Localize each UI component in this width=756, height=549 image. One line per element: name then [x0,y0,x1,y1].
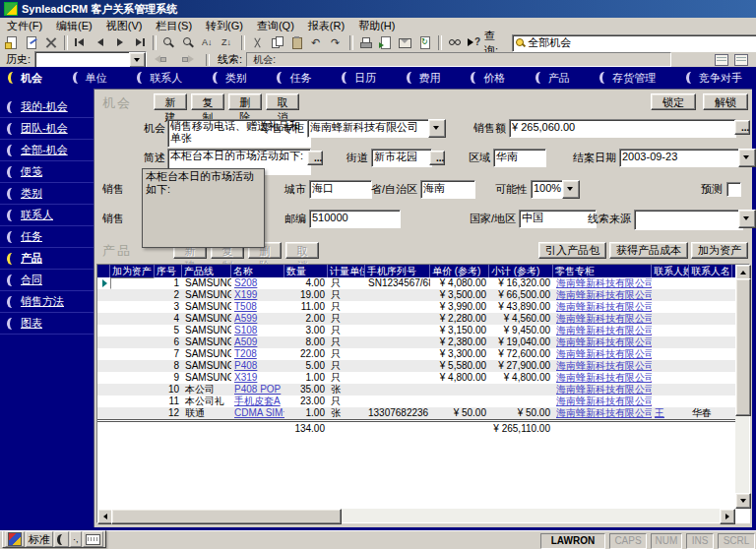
amount-input[interactable]: ¥ 265,060.00 [509,119,736,138]
street-input[interactable]: 新市花园 [371,149,432,167]
cell-link[interactable]: 海南蜂新科技有限公司 [556,396,652,406]
query-combo[interactable]: 全部机会 [512,34,756,52]
redo-button[interactable] [327,34,346,52]
close-date-dropdown-button[interactable] [738,149,756,167]
products-tool-0[interactable]: 引入产品包 [538,242,606,259]
lead-source-input[interactable] [634,210,743,230]
cell-link[interactable]: 海南蜂新科技有限公司 [556,407,652,418]
ime-mode-label[interactable]: 标准 [26,531,53,547]
zoom-plus-button[interactable] [179,34,199,52]
cell-link[interactable]: CDMA SIM卡 [234,407,284,418]
cell-link[interactable]: T508 [234,301,257,312]
scroll-right-button[interactable] [720,509,735,524]
column-header[interactable]: 名称 [231,265,284,277]
copy-button[interactable] [268,34,287,52]
row-selector-cell[interactable] [97,325,110,336]
vertical-scroll-thumb[interactable] [735,278,751,416]
cell-link[interactable]: 海南蜂新科技有限公司 [556,313,652,324]
export-button[interactable] [376,34,396,52]
table-row[interactable]: 1SAMSUNGS2084.00只SN1234567/68/¥ 4,080.00… [97,277,737,289]
table-row[interactable]: 8SAMSUNGP4085.00只¥ 5,580.00¥ 27,900.00海南… [97,360,737,372]
products-tool-2[interactable]: 加为资产 [691,242,748,259]
row-selector-cell[interactable] [97,407,110,419]
tab-inventory[interactable]: 存货管理 [599,71,656,86]
forecast-checkbox[interactable] [726,182,741,197]
tab-expense[interactable]: 费用 [407,71,441,86]
sidebar-item-my-opportunities[interactable]: 我的-机会 [0,96,94,118]
column-header[interactable]: 小计 (参考) [489,265,553,277]
cell-link[interactable]: 海南蜂新科技有限公司 [556,348,652,359]
cell-link[interactable]: 手机皮套A [234,396,281,406]
mail-button[interactable] [396,34,415,52]
history-back-button[interactable] [151,53,172,67]
unlock-button[interactable]: 解锁 [703,93,748,110]
tab-company[interactable]: 单位 [73,71,107,86]
sidebar-item-team-opportunities[interactable]: 团队-机会 [0,118,94,140]
sidebar-item-notes[interactable]: 便笺 [0,161,94,183]
column-header[interactable]: 计量单位 [328,265,365,277]
menu-item[interactable]: 转到(G) [199,19,250,33]
column-header[interactable]: 单价 (参考) [430,265,489,277]
card-view-icon[interactable] [715,54,728,66]
paste-button[interactable] [287,34,307,52]
edit-record-button[interactable] [22,34,41,52]
column-header[interactable]: 零售专柜 [553,265,652,277]
table-row[interactable]: 9SAMSUNGX3191.00只¥ 4,800.00¥ 4,800.00海南蜂… [97,372,737,384]
tab-contacts[interactable]: 联系人 [137,71,182,86]
counter-dropdown-button[interactable] [428,119,446,138]
lock-button[interactable]: 锁定 [651,93,696,110]
ime-toolbar[interactable]: 标准 ·, [2,530,106,548]
sidebar-item-tasks[interactable]: 任务 [0,226,94,248]
cell-link[interactable]: 海南蜂新科技有限公司 [556,360,652,371]
lead-source-dropdown-button[interactable] [738,210,756,228]
amount-ellipsis-button[interactable]: ... [734,120,750,135]
zoom-button[interactable] [159,34,179,52]
cell-link[interactable]: P408 [234,360,257,371]
row-selector-cell[interactable] [97,277,110,289]
column-header[interactable]: 联系人姓 [652,265,689,277]
sidebar-item-contracts[interactable]: 合同 [0,270,94,291]
cell-link[interactable]: X199 [234,289,257,300]
cell-link[interactable]: S108 [234,325,257,336]
ime-keyboard-icon[interactable] [83,531,103,547]
menu-item[interactable]: 查询(Q) [250,19,301,33]
history-combo[interactable] [34,51,147,68]
horizontal-scroll-thumb[interactable] [111,509,342,524]
table-row[interactable]: 10本公司P408 POP35.00张海南蜂新科技有限公司 [97,384,737,396]
ime-logo-icon[interactable] [5,531,25,547]
row-selector-cell[interactable] [97,289,110,301]
column-header[interactable]: 手机序列号 [365,265,430,277]
table-row[interactable]: 4SAMSUNGA5992.00只¥ 2,280.00¥ 4,560.00海南蜂… [97,313,737,325]
products-tool-1[interactable]: 获得产品成本 [609,242,688,259]
cut-button[interactable] [248,34,268,52]
ime-punctuation-icon[interactable]: ·, [70,531,82,547]
probability-dropdown-button[interactable] [562,180,580,199]
products-action-3[interactable]: 取消 [285,242,319,259]
cell-link[interactable]: 海南蜂新科技有限公司 [556,384,652,395]
cell-link[interactable]: P408 POP [234,384,281,395]
opportunity-action-1[interactable]: 复制 [191,93,224,110]
zip-input[interactable]: 510000 [309,210,401,228]
cell-link[interactable]: 海南蜂新科技有限公司 [556,289,652,300]
sidebar-item-sales-methods[interactable]: 销售方法 [0,291,94,313]
row-selector-cell[interactable] [97,360,110,372]
table-row[interactable]: 5SAMSUNGS1083.00只¥ 3,150.00¥ 9,450.00海南蜂… [97,325,737,336]
cell-link[interactable]: 海南蜂新科技有限公司 [556,301,652,312]
menu-item[interactable]: 视图(V) [99,19,150,33]
close-date-input[interactable]: 2003-09-23 [619,149,743,167]
menu-item[interactable]: 编辑(E) [49,19,99,33]
cell-link[interactable]: 王 [655,407,664,418]
city-input[interactable]: 海口 [309,180,372,199]
cell-link[interactable]: X319 [234,372,257,383]
table-row[interactable]: 7SAMSUNGT20822.00只¥ 3,300.00¥ 72,600.00海… [97,348,737,360]
nav-prev-button[interactable] [91,34,110,52]
row-selector-cell[interactable] [97,301,110,313]
cell-link[interactable]: A599 [234,313,257,324]
tab-price[interactable]: 价格 [471,71,505,86]
street-ellipsis-button[interactable]: ... [429,151,445,165]
table-row[interactable]: 12联通CDMA SIM卡1.00张13307682236¥ 50.00¥ 50… [97,407,737,419]
menu-item[interactable]: 帮助(H) [351,19,402,33]
new-record-button[interactable] [2,34,22,52]
vertical-scrollbar[interactable] [735,265,749,509]
cell-link[interactable]: 海南蜂新科技有限公司 [556,277,652,288]
